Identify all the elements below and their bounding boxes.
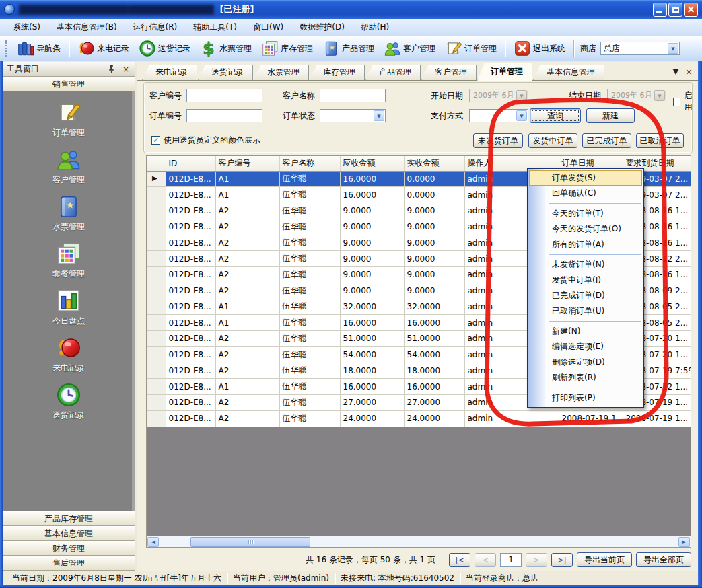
cell-id[interactable]: 012D-E8... xyxy=(166,203,215,219)
cell-received[interactable]: 27.0000 xyxy=(404,395,464,411)
scroll-left-icon[interactable]: ◄ xyxy=(147,537,159,547)
cell-customer-name[interactable]: 伍华聪 xyxy=(279,235,340,251)
cell-customer-name[interactable]: 伍华聪 xyxy=(279,410,340,427)
context-menu-item[interactable]: 回单确认(C) xyxy=(529,186,642,201)
row-selector[interactable] xyxy=(147,219,166,235)
sidebar-item-customer-mgmt[interactable]: 客户管理 xyxy=(3,147,135,186)
cell-customer-name[interactable]: 伍华聪 xyxy=(279,379,340,395)
tab[interactable]: 客户管理 xyxy=(421,65,477,80)
cell-required-date[interactable]: 2008-07-19 1... xyxy=(623,410,691,427)
context-menu-item[interactable]: 编辑选定项(E) xyxy=(529,339,642,355)
sidebar-item-order-mgmt[interactable]: 订单管理 xyxy=(3,100,135,139)
maximize-button[interactable] xyxy=(668,3,682,17)
cell-customer-name[interactable]: 伍华聪 xyxy=(279,251,340,267)
cell-receivable[interactable]: 16.0000 xyxy=(340,315,404,331)
pin-icon[interactable] xyxy=(106,65,116,74)
query-button[interactable]: 查询 xyxy=(530,108,581,123)
row-selector[interactable] xyxy=(147,171,166,187)
context-menu-item[interactable]: 未发货订单(N) xyxy=(529,257,642,272)
row-selector[interactable] xyxy=(147,203,166,219)
toolbar-call-records[interactable]: 来电记录 xyxy=(73,38,134,59)
cell-receivable[interactable]: 9.0000 xyxy=(340,267,404,283)
sidebar-group-after-sales[interactable]: 售后管理 xyxy=(3,556,135,571)
row-selector[interactable] xyxy=(147,251,166,267)
toolbar-ticket-mgmt[interactable]: 水票管理 xyxy=(195,38,256,59)
toolbar-delivery-records[interactable]: 送货记录 xyxy=(134,38,195,59)
pay-method-select[interactable]: ▼ xyxy=(469,109,528,122)
row-selector[interactable] xyxy=(147,395,166,411)
cell-customer-no[interactable]: A2 xyxy=(215,235,279,251)
table-row[interactable]: 012D-E8... A2 伍华聪 24.0000 24.0000 admin … xyxy=(147,410,691,427)
column-header[interactable]: 应收金额 xyxy=(340,156,404,171)
menu-window[interactable]: 窗口(W) xyxy=(246,20,291,35)
cell-received[interactable]: 32.0000 xyxy=(404,299,464,315)
tab[interactable]: 来电记录 xyxy=(142,65,197,80)
shop-select[interactable]: 总店 ▼ xyxy=(600,42,680,55)
cell-id[interactable]: 012D-E8... xyxy=(166,187,215,203)
tab[interactable]: 产品管理 xyxy=(365,65,421,80)
horizontal-scrollbar[interactable]: ◄ ► xyxy=(147,536,691,547)
cell-customer-no[interactable]: A2 xyxy=(215,203,279,219)
cell-id[interactable]: 012D-E8... xyxy=(166,299,215,315)
cell-id[interactable]: 012D-E8... xyxy=(166,315,215,331)
cell-customer-no[interactable]: A2 xyxy=(215,267,279,283)
cell-id[interactable]: 012D-E8... xyxy=(166,283,215,299)
sidebar-group-product-stock[interactable]: 产品库存管理 xyxy=(3,511,135,526)
toolbar-order-mgmt[interactable]: 订单管理 xyxy=(440,38,501,59)
menu-help[interactable]: 帮助(H) xyxy=(353,20,396,35)
cell-customer-no[interactable]: A2 xyxy=(215,395,279,411)
chevron-down-icon[interactable]: ▼ xyxy=(673,67,678,76)
cell-customer-name[interactable]: 伍华聪 xyxy=(279,395,340,411)
row-selector[interactable] xyxy=(147,410,166,427)
context-menu-item[interactable]: 发货中订单(I) xyxy=(529,272,642,288)
unshipped-orders-button[interactable]: 未发货订单 xyxy=(473,133,523,148)
prev-page-button[interactable]: < xyxy=(475,553,496,567)
cell-customer-no[interactable]: A1 xyxy=(215,171,279,187)
cell-customer-name[interactable]: 伍华聪 xyxy=(279,203,340,219)
context-menu-item[interactable]: 今天的发货订单(O) xyxy=(529,221,642,237)
tab[interactable]: 送货记录 xyxy=(198,65,253,80)
minimize-button[interactable] xyxy=(653,3,667,17)
completed-orders-button[interactable]: 已完成订单 xyxy=(582,133,631,148)
context-menu-item[interactable]: 订单发货(S) xyxy=(529,170,642,186)
context-menu-item[interactable]: 所有的订单(A) xyxy=(529,237,642,252)
cell-receivable[interactable]: 51.0000 xyxy=(340,331,404,347)
cell-customer-name[interactable]: 伍华聪 xyxy=(279,315,340,331)
scroll-right-icon[interactable]: ► xyxy=(678,537,690,547)
menu-basic-info[interactable]: 基本信息管理(B) xyxy=(49,20,125,35)
new-button[interactable]: 新建 xyxy=(586,108,635,123)
context-menu-item[interactable]: 今天的订单(T) xyxy=(529,206,642,221)
shipping-orders-button[interactable]: 发货中订单 xyxy=(528,133,577,148)
column-header[interactable]: 客户编号 xyxy=(215,156,279,171)
cell-customer-no[interactable]: A2 xyxy=(215,363,279,379)
context-menu-item[interactable]: 刷新列表(R) xyxy=(529,370,642,385)
column-header[interactable]: ID xyxy=(166,156,215,171)
checkbox-box[interactable] xyxy=(673,98,680,106)
cell-received[interactable]: 9.0000 xyxy=(404,251,464,267)
close-button[interactable]: × xyxy=(684,3,698,17)
checkbox-check-icon[interactable]: ✓ xyxy=(151,136,160,145)
sidebar-scrollbar[interactable] xyxy=(132,91,135,511)
toolbar-product-mgmt[interactable]: 产品管理 xyxy=(318,38,379,59)
toolbar-nav-bar[interactable]: 导航条 xyxy=(12,38,65,59)
cell-customer-name[interactable]: 伍华聪 xyxy=(279,219,340,235)
delivery-color-checkbox[interactable]: ✓ 使用送货员定义的颜色展示 xyxy=(151,135,260,146)
order-no-input[interactable] xyxy=(186,109,262,122)
cell-order-date[interactable]: 2008-07-19 1... xyxy=(559,410,623,427)
customer-no-input[interactable] xyxy=(186,89,262,102)
menu-run-info[interactable]: 运行信息(R) xyxy=(126,20,185,35)
menu-system[interactable]: 系统(S) xyxy=(5,20,48,35)
cell-received[interactable]: 16.0000 xyxy=(404,379,464,395)
cell-received[interactable]: 9.0000 xyxy=(404,267,464,283)
cell-received[interactable]: 9.0000 xyxy=(404,235,464,251)
toolbar-inventory-mgmt[interactable]: 库存管理 xyxy=(256,38,318,59)
end-date-picker[interactable]: 2009年 6月 8日 ▼ xyxy=(607,89,666,102)
customer-name-input[interactable] xyxy=(320,89,386,102)
export-all-pages-button[interactable]: 导出全部页 xyxy=(636,552,691,567)
cancelled-orders-button[interactable]: 已取消订单 xyxy=(636,133,684,148)
context-menu-item[interactable]: 打印列表(P) xyxy=(529,390,642,406)
cell-received[interactable]: 51.0000 xyxy=(404,331,464,347)
cell-customer-name[interactable]: 伍华聪 xyxy=(279,283,340,299)
cell-customer-name[interactable]: 伍华聪 xyxy=(279,171,340,187)
cell-received[interactable]: 9.0000 xyxy=(404,203,464,219)
